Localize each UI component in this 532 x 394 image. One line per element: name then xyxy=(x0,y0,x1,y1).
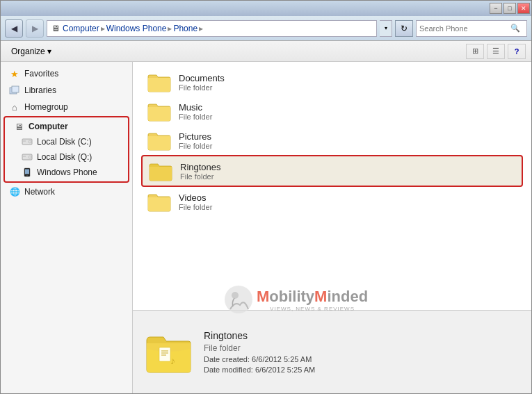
pictures-type: File folder xyxy=(179,142,212,150)
toolbar: Organize ▾ ⊞ ☰ ? xyxy=(1,41,531,62)
sidebar-section-libraries: Libraries xyxy=(1,83,132,98)
view-list-button[interactable]: ☰ xyxy=(487,44,505,59)
date-modified-value: 6/6/2012 5:25 AM xyxy=(255,366,315,374)
documents-folder-icon xyxy=(147,71,172,93)
sidebar-section-network: 🌐 Network xyxy=(1,184,132,199)
svg-rect-13 xyxy=(159,347,170,361)
search-icon[interactable]: 🔍 xyxy=(510,23,521,34)
documents-type: File folder xyxy=(179,83,225,92)
music-name: Music xyxy=(179,102,212,113)
preview-date-created: Date created: 6/6/2012 5:25 AM xyxy=(204,355,315,363)
organize-label: Organize xyxy=(11,47,45,56)
favorites-icon: ★ xyxy=(9,68,20,79)
path-windows-phone[interactable]: Windows Phone xyxy=(106,24,167,33)
organize-button[interactable]: Organize ▾ xyxy=(6,44,56,58)
svg-point-7 xyxy=(29,156,31,158)
pictures-name: Pictures xyxy=(179,131,212,142)
sidebar-highlight-box: 🖥 Computer Local Disk (C:) xyxy=(3,116,129,183)
computer-icon: 🖥 xyxy=(13,121,24,132)
main-area: ★ Favorites Libraries xyxy=(1,62,531,393)
sidebar-section-homegroup: ⌂ Homegroup xyxy=(1,99,132,115)
network-icon: 🌐 xyxy=(9,186,20,197)
preview-panel: ♪ Ringtones File folder Date created: 6/… xyxy=(133,310,531,393)
minimize-button[interactable]: − xyxy=(490,3,502,14)
maximize-button[interactable]: □ xyxy=(503,3,516,14)
title-bar-buttons: − □ ✕ xyxy=(490,3,530,14)
sidebar-item-computer[interactable]: 🖥 Computer xyxy=(5,119,128,134)
svg-rect-3 xyxy=(23,140,26,142)
path-sep2: ▸ xyxy=(168,24,172,33)
explorer-window: − □ ✕ ◀ ▶ 🖥 Computer ▸ Windows Phone ▸ P… xyxy=(0,0,532,394)
date-created-value: 6/6/2012 5:25 AM xyxy=(252,355,312,363)
sidebar-item-windows-phone[interactable]: Windows Phone xyxy=(5,165,128,180)
content-pane: Documents File folder Music File folder xyxy=(133,62,531,310)
sidebar-item-localdisk-c[interactable]: Local Disk (C:) xyxy=(5,134,128,149)
music-folder-icon xyxy=(147,100,172,122)
path-computer[interactable]: Computer xyxy=(63,24,99,33)
localdisk-q-label: Local Disk (Q:) xyxy=(37,152,92,162)
address-path[interactable]: 🖥 Computer ▸ Windows Phone ▸ Phone ▸ xyxy=(47,20,377,37)
folder-item-music[interactable]: Music File folder xyxy=(141,97,523,126)
documents-folder-info: Documents File folder xyxy=(179,73,225,92)
title-bar: − □ ✕ xyxy=(1,1,531,16)
sidebar-item-localdisk-q[interactable]: Local Disk (Q:) xyxy=(5,149,128,165)
view-toggle-button[interactable]: ⊞ xyxy=(466,44,484,59)
videos-type: File folder xyxy=(179,203,212,211)
folder-item-documents[interactable]: Documents File folder xyxy=(141,67,523,97)
libraries-label: Libraries xyxy=(24,85,56,95)
videos-folder-info: Videos File folder xyxy=(179,192,212,211)
sidebar-item-libraries[interactable]: Libraries xyxy=(1,83,132,98)
folder-item-pictures[interactable]: Pictures File folder xyxy=(141,126,523,155)
folder-list: Documents File folder Music File folder xyxy=(141,67,523,216)
homegroup-icon: ⌂ xyxy=(9,101,20,113)
forward-button[interactable]: ▶ xyxy=(26,19,44,38)
pictures-folder-info: Pictures File folder xyxy=(179,131,212,150)
address-dropdown[interactable]: ▾ xyxy=(380,20,392,37)
ringtones-name: Ringtones xyxy=(180,162,221,172)
svg-point-4 xyxy=(29,140,31,143)
windows-phone-label: Windows Phone xyxy=(37,167,97,177)
music-type: File folder xyxy=(179,113,212,121)
search-box: 🔍 xyxy=(416,20,527,37)
preview-folder-icon: ♪ xyxy=(144,328,193,377)
back-button[interactable]: ◀ xyxy=(5,19,23,38)
preview-info: Ringtones File folder Date created: 6/6/… xyxy=(204,330,315,374)
windows-phone-icon xyxy=(22,167,33,178)
ringtones-folder-icon xyxy=(148,160,173,182)
search-input[interactable] xyxy=(419,24,510,33)
network-label: Network xyxy=(24,187,55,197)
svg-rect-9 xyxy=(25,170,29,174)
videos-name: Videos xyxy=(179,192,212,203)
toolbar-right: ⊞ ☰ ? xyxy=(466,44,526,59)
refresh-button[interactable]: ↻ xyxy=(395,20,413,37)
computer-label: Computer xyxy=(29,122,68,131)
folder-item-ringtones[interactable]: Ringtones File folder xyxy=(141,155,523,187)
documents-name: Documents xyxy=(179,73,225,83)
sidebar: ★ Favorites Libraries xyxy=(1,62,133,393)
path-sep1: ▸ xyxy=(101,24,105,33)
sidebar-item-favorites[interactable]: ★ Favorites xyxy=(1,66,132,81)
preview-name: Ringtones xyxy=(204,330,315,341)
folder-item-videos[interactable]: Videos File folder xyxy=(141,187,523,216)
path-home-icon: 🖥 xyxy=(51,24,60,33)
localdisk-c-label: Local Disk (C:) xyxy=(37,137,92,147)
help-button[interactable]: ? xyxy=(508,44,526,59)
path-sep3: ▸ xyxy=(199,24,203,33)
videos-folder-icon xyxy=(147,190,172,213)
pictures-folder-icon xyxy=(147,129,172,151)
svg-text:♪: ♪ xyxy=(170,355,175,366)
organize-arrow: ▾ xyxy=(47,47,51,56)
date-created-label: Date created: xyxy=(204,355,250,363)
svg-point-10 xyxy=(26,175,28,177)
ringtones-type: File folder xyxy=(180,172,221,181)
sidebar-item-network[interactable]: 🌐 Network xyxy=(1,184,132,199)
svg-rect-6 xyxy=(23,156,26,157)
svg-rect-1 xyxy=(12,86,19,92)
localdisk-c-icon xyxy=(22,136,33,147)
preview-type: File folder xyxy=(204,343,315,353)
date-modified-label: Date modified: xyxy=(204,366,253,374)
close-button[interactable]: ✕ xyxy=(517,3,530,14)
path-phone[interactable]: Phone xyxy=(173,24,198,33)
sidebar-item-homegroup[interactable]: ⌂ Homegroup xyxy=(1,99,132,115)
sidebar-section-favorites: ★ Favorites xyxy=(1,66,132,81)
